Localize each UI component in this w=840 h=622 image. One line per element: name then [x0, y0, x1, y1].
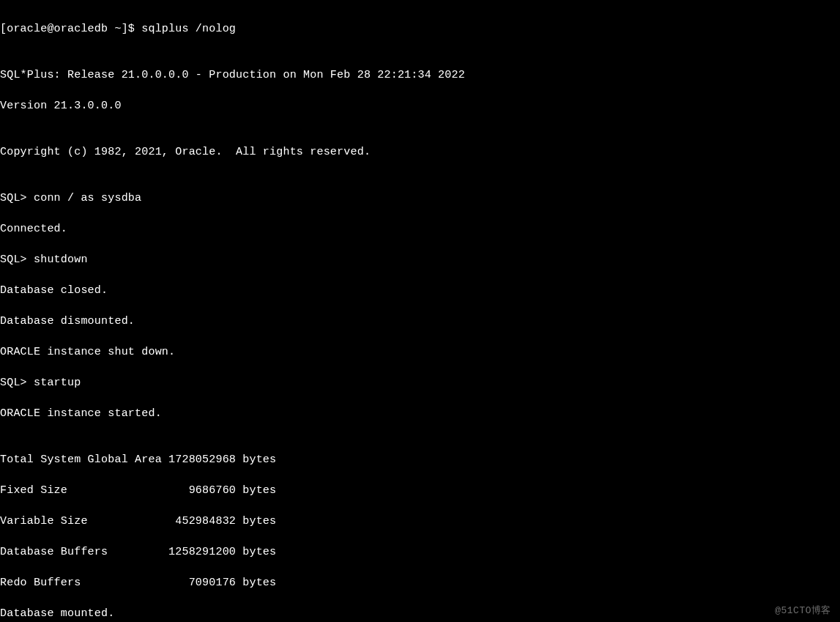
terminal-line: Database Buffers 1258291200 bytes [0, 544, 834, 560]
watermark-text: @51CTO博客 [775, 604, 831, 618]
terminal-line: SQL*Plus: Release 21.0.0.0.0 - Productio… [0, 67, 834, 83]
terminal-line: Database mounted. [0, 606, 834, 621]
terminal-line: SQL> shutdown [0, 252, 834, 267]
terminal-line: SQL> conn / as sysdba [0, 190, 834, 206]
terminal-line: Fixed Size 9686760 bytes [0, 483, 834, 498]
terminal-line: Connected. [0, 221, 834, 237]
terminal-line: Database dismounted. [0, 314, 834, 329]
terminal-line: Version 21.3.0.0.0 [0, 98, 834, 114]
terminal-line: ORACLE instance started. [0, 406, 834, 421]
terminal-line: [oracle@oracledb ~]$ sqlplus /nolog [0, 21, 834, 37]
terminal-line: SQL> startup [0, 375, 834, 390]
terminal-line: Total System Global Area 1728052968 byte… [0, 452, 834, 467]
terminal-line: Redo Buffers 7090176 bytes [0, 575, 834, 590]
terminal-line: Database closed. [0, 283, 834, 298]
terminal-line: Variable Size 452984832 bytes [0, 514, 834, 529]
terminal-output[interactable]: [oracle@oracledb ~]$ sqlplus /nolog SQL*… [0, 6, 834, 622]
terminal-line: ORACLE instance shut down. [0, 344, 834, 360]
terminal-line: Copyright (c) 1982, 2021, Oracle. All ri… [0, 144, 834, 160]
